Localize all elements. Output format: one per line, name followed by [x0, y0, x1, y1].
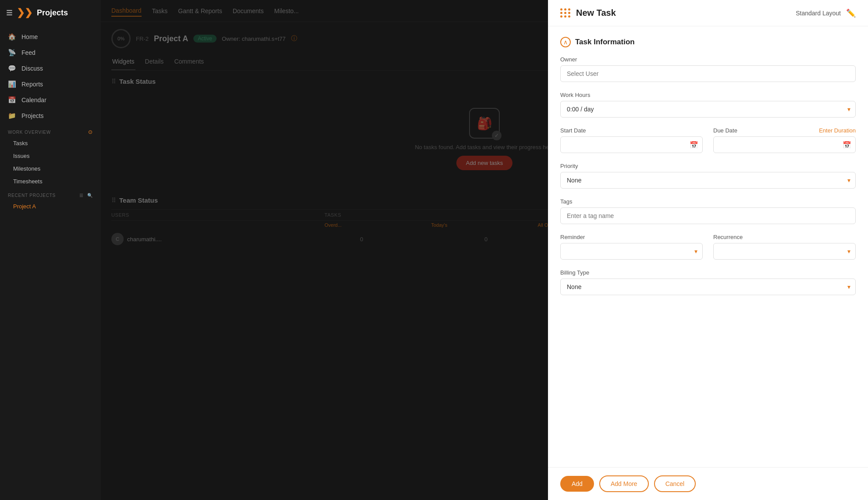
- reminder-label: Reminder: [560, 234, 703, 240]
- reminder-recurrence-row: Reminder ▾ Recurrence ▾: [560, 234, 856, 260]
- calendar-icon-due[interactable]: 📅: [843, 141, 851, 149]
- billing-type-select-wrapper: None ▾: [560, 279, 856, 295]
- panel-footer: Add Add More Cancel: [548, 467, 868, 500]
- recurrence-select[interactable]: [713, 243, 856, 260]
- recent-project-a[interactable]: Project A: [0, 200, 101, 213]
- priority-label: Priority: [560, 163, 856, 169]
- due-date-input[interactable]: [713, 136, 856, 153]
- home-icon: 🏠: [8, 33, 16, 41]
- start-date-wrapper: 📅: [560, 136, 703, 153]
- start-date-label: Start Date: [560, 127, 703, 134]
- owner-field-group: Owner: [560, 56, 856, 82]
- due-date-label: Due Date: [713, 127, 737, 134]
- due-date-header: Due Date Enter Duration: [713, 127, 856, 134]
- task-panel: New Task Standard Layout ✏️ ∧ Task Infor…: [548, 0, 868, 500]
- recurrence-select-wrapper: ▾: [713, 243, 856, 260]
- tags-field-group: Tags: [560, 198, 856, 224]
- sidebar-nav: 🏠 Home 📡 Feed 💬 Discuss 📊 Reports 📅 Cale…: [0, 25, 101, 500]
- due-date-wrapper: 📅: [713, 136, 856, 153]
- edit-icon[interactable]: ✏️: [846, 8, 856, 18]
- work-hours-field-group: Work Hours 0:00 / day ▾: [560, 92, 856, 118]
- reminder-select-wrapper: ▾: [560, 243, 703, 260]
- section-action-icons: ☰ 🔍: [79, 193, 93, 198]
- layout-label: Standard Layout: [796, 10, 841, 17]
- discuss-icon: 💬: [8, 64, 16, 72]
- main-area: Dashboard Tasks Gantt & Reports Document…: [101, 0, 868, 500]
- sidebar-item-reports[interactable]: 📊 Reports: [0, 76, 101, 92]
- billing-type-group: Billing Type None ▾: [560, 269, 856, 295]
- priority-field-group: Priority None ▾: [560, 163, 856, 189]
- reports-icon: 📊: [8, 80, 16, 88]
- sidebar-item-tasks[interactable]: Tasks: [0, 137, 101, 150]
- panel-body: ∧ Task Information Owner Work Hours 0:00…: [548, 26, 868, 467]
- billing-type-select[interactable]: None: [560, 279, 856, 295]
- sidebar-item-projects[interactable]: 📁 Projects: [0, 108, 101, 124]
- billing-type-label: Billing Type: [560, 269, 856, 276]
- panel-header-right: Standard Layout ✏️: [796, 8, 856, 18]
- sidebar-item-calendar[interactable]: 📅 Calendar: [0, 92, 101, 108]
- sidebar-header: ☰ ❯❯ Projects: [0, 0, 101, 25]
- panel-header: New Task Standard Layout ✏️: [548, 0, 868, 26]
- work-hours-select[interactable]: 0:00 / day: [560, 101, 856, 118]
- calendar-icon: 📅: [8, 96, 16, 104]
- projects-icon: 📁: [8, 112, 16, 120]
- sidebar-item-home[interactable]: 🏠 Home: [0, 29, 101, 45]
- panel-title-area: New Task: [560, 8, 616, 18]
- reminder-select[interactable]: [560, 243, 703, 260]
- search-icon[interactable]: 🔍: [87, 193, 93, 198]
- section-title: Task Information: [575, 38, 635, 46]
- app-title: Projects: [37, 8, 68, 18]
- calendar-icon-start[interactable]: 📅: [690, 141, 698, 149]
- priority-select[interactable]: None: [560, 172, 856, 189]
- owner-label: Owner: [560, 56, 856, 63]
- feed-icon: 📡: [8, 49, 16, 57]
- work-overview-section: WORK OVERVIEW ⊙: [0, 124, 101, 137]
- reminder-group: Reminder ▾: [560, 234, 703, 260]
- enter-duration-link[interactable]: Enter Duration: [819, 127, 856, 134]
- collapse-button[interactable]: ∧: [560, 37, 571, 47]
- tags-label: Tags: [560, 198, 856, 205]
- recent-projects-section: RECENT PROJECTS ☰ 🔍: [0, 188, 101, 200]
- panel-dots-icon: [560, 8, 571, 18]
- add-more-button[interactable]: Add More: [599, 475, 649, 492]
- logo-icon: ❯❯: [17, 7, 32, 18]
- work-hours-label: Work Hours: [560, 92, 856, 98]
- work-hours-select-wrapper: 0:00 / day ▾: [560, 101, 856, 118]
- list-icon[interactable]: ☰: [79, 193, 84, 198]
- add-button[interactable]: Add: [560, 476, 594, 492]
- recurrence-label: Recurrence: [713, 234, 856, 240]
- dates-row: Start Date 📅 Due Date Enter Duration 📅: [560, 127, 856, 153]
- sidebar-item-issues[interactable]: Issues: [0, 150, 101, 162]
- cancel-button[interactable]: Cancel: [654, 475, 696, 492]
- start-date-group: Start Date 📅: [560, 127, 703, 153]
- sidebar-item-discuss[interactable]: 💬 Discuss: [0, 61, 101, 76]
- panel-title: New Task: [576, 8, 616, 18]
- menu-icon[interactable]: ☰: [6, 9, 12, 17]
- sidebar-item-milestones[interactable]: Milestones: [0, 162, 101, 175]
- recurrence-group: Recurrence ▾: [713, 234, 856, 260]
- work-overview-icon: ⊙: [88, 129, 93, 135]
- due-date-group: Due Date Enter Duration 📅: [713, 127, 856, 153]
- tags-input[interactable]: [560, 207, 856, 224]
- start-date-input[interactable]: [560, 136, 703, 153]
- sidebar: ☰ ❯❯ Projects 🏠 Home 📡 Feed 💬 Discuss 📊 …: [0, 0, 101, 500]
- sidebar-item-feed[interactable]: 📡 Feed: [0, 45, 101, 61]
- sidebar-item-timesheets[interactable]: Timesheets: [0, 175, 101, 188]
- owner-input[interactable]: [560, 65, 856, 82]
- priority-select-wrapper: None ▾: [560, 172, 856, 189]
- section-collapse-header: ∧ Task Information: [560, 37, 856, 47]
